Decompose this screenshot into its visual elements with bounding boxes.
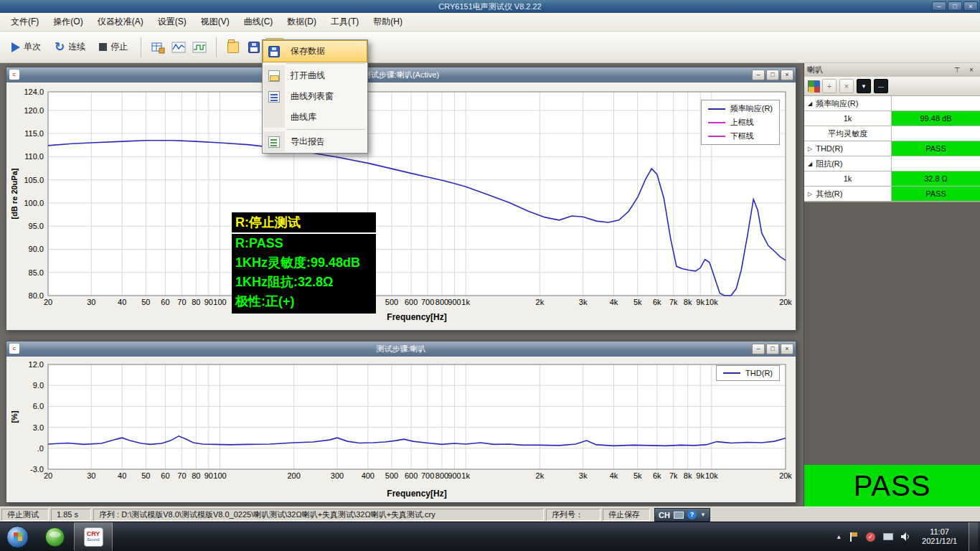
result-row[interactable]: ◢阻抗(R): [804, 156, 980, 171]
x-tick-label: 90: [204, 471, 213, 480]
panel-empty-area: [804, 202, 980, 465]
minimize-button[interactable]: –: [932, 1, 946, 11]
x-tick-label: 800: [435, 298, 448, 306]
signal-generator-button[interactable]: [190, 38, 209, 57]
x-tick-label: 500: [385, 471, 398, 480]
language-bar[interactable]: CH ? ▼: [654, 508, 710, 522]
minimize-panel-button[interactable]: —: [874, 79, 888, 93]
result-label: 1k: [804, 171, 892, 186]
test-config-button[interactable]: [149, 38, 167, 57]
x-tick-label: 80: [192, 471, 200, 480]
dropdown-menu-item[interactable]: 曲线库: [263, 107, 367, 128]
x-tick-label: 900: [448, 471, 461, 480]
collapse-all-button[interactable]: ▼: [857, 79, 871, 93]
result-row[interactable]: 平均灵敏度: [804, 126, 980, 141]
menu-item[interactable]: 文件(F): [4, 13, 45, 31]
menu-item[interactable]: 设置(S): [151, 13, 193, 31]
menu-item[interactable]: 帮助(H): [367, 13, 409, 31]
close-button[interactable]: ×: [781, 344, 793, 354]
collapse-icon[interactable]: ◢: [808, 100, 812, 107]
stop-button[interactable]: 停止: [93, 37, 133, 57]
x-tick-label: 10k: [705, 471, 718, 480]
collapse-icon[interactable]: ◢: [808, 161, 812, 167]
save-file-button[interactable]: [245, 38, 263, 57]
help-icon[interactable]: ?: [687, 510, 697, 519]
menu-item[interactable]: 曲线(C): [237, 13, 280, 31]
close-button[interactable]: ×: [781, 70, 793, 80]
show-desktop-button[interactable]: [969, 522, 978, 551]
x-tick-label: 8k: [684, 298, 692, 306]
dropdown-menu-item[interactable]: 保存数据: [263, 41, 367, 62]
legend-line-sample: [708, 122, 725, 123]
start-button[interactable]: [6, 526, 29, 548]
pin-icon[interactable]: ⊤: [951, 65, 963, 75]
minimize-button[interactable]: –: [752, 344, 765, 354]
menu-item[interactable]: 仪器校准(A): [91, 13, 150, 31]
dropdown-menu-item[interactable]: 打开曲线: [263, 65, 367, 86]
thd-chart: 2030405060708090100200300400500600700800…: [8, 357, 794, 501]
maximize-button[interactable]: □: [948, 1, 962, 11]
taskbar-clock[interactable]: 11:07 2021/12/1: [917, 527, 962, 546]
minimize-button[interactable]: –: [752, 70, 765, 80]
expand-icon[interactable]: ▷: [808, 191, 812, 197]
run-continuous-button[interactable]: ↻ 连续: [49, 37, 91, 57]
result-label: ◢阻抗(R): [804, 156, 892, 171]
open-file-button[interactable]: [224, 38, 242, 57]
result-value: [892, 126, 980, 141]
status-mode: 停止测试: [1, 509, 49, 521]
taskbar-app-cry-sound[interactable]: CRY Sound: [74, 522, 113, 551]
x-tick-label: 800: [435, 471, 448, 480]
language-indicator[interactable]: CH: [659, 511, 670, 519]
remove-button[interactable]: ×: [839, 79, 854, 93]
result-row[interactable]: ▷其他(R)PASS: [804, 187, 980, 202]
y-axis-label: [%]: [10, 410, 19, 423]
tray-network-icon[interactable]: [882, 532, 893, 542]
x-tick-label: 7k: [669, 471, 678, 480]
x-tick-label: 30: [87, 471, 95, 480]
close-button[interactable]: ×: [963, 1, 978, 11]
result-row[interactable]: ▷THD(R)PASS: [804, 141, 980, 156]
menu-item[interactable]: 数据(D): [281, 13, 323, 31]
menu-item[interactable]: 操作(O): [47, 13, 89, 31]
chart-window-titlebar[interactable]: C 测试步骤:喇叭(Active) – □ ×: [6, 67, 796, 83]
x-tick-label: 50: [141, 298, 150, 306]
x-tick-label: 6k: [653, 471, 661, 480]
result-row[interactable]: 1k32.8 Ω: [804, 171, 980, 187]
menu-item[interactable]: 视图(V): [194, 13, 236, 31]
keyboard-icon[interactable]: [674, 512, 684, 519]
menu-item-label: 曲线列表窗: [285, 90, 334, 103]
result-row[interactable]: ◢频率响应(R): [804, 96, 980, 111]
dropdown-menu-item[interactable]: 曲线列表窗: [263, 86, 367, 107]
tray-flag-icon[interactable]: [848, 532, 859, 542]
results-panel-header[interactable]: 喇叭 ⊤ ×: [804, 63, 980, 77]
result-row[interactable]: 1k99.48 dB: [804, 111, 980, 126]
data-menu-dropdown: 保存数据打开曲线曲线列表窗曲线库导出报告: [262, 39, 368, 154]
run-single-button[interactable]: 单次: [6, 37, 47, 57]
x-tick-label: 40: [118, 471, 126, 480]
tray-chevron-up-icon[interactable]: ▲: [836, 534, 842, 540]
maximize-button[interactable]: □: [766, 344, 779, 354]
x-tick-label: 600: [405, 471, 418, 480]
y-tick-label: 6.0: [33, 402, 44, 410]
volume-glyph: [900, 532, 910, 542]
close-icon[interactable]: ×: [966, 65, 977, 75]
x-tick-label: 400: [362, 471, 374, 480]
x-tick-label: 2k: [536, 471, 545, 480]
x-tick-label: 60: [161, 471, 169, 480]
language-bar-options-icon[interactable]: ▼: [700, 512, 706, 518]
x-tick-label: 300: [331, 471, 344, 480]
curve-window-button[interactable]: [169, 38, 188, 57]
menu-item[interactable]: 工具(T): [324, 13, 365, 31]
legend-line-sample: [723, 372, 740, 374]
x-tick-label: 3k: [579, 298, 588, 306]
color-grid-icon[interactable]: [808, 80, 819, 92]
dropdown-menu-item[interactable]: 导出报告: [263, 131, 367, 152]
expand-icon[interactable]: ▷: [808, 146, 812, 152]
taskbar-app-browser[interactable]: [35, 522, 74, 551]
menu-icon-gutter: [263, 65, 285, 86]
tray-volume-icon[interactable]: [900, 532, 910, 542]
tray-security-icon[interactable]: ✓: [865, 532, 876, 542]
chart-window-titlebar[interactable]: C 测试步骤:喇叭 – □ ×: [6, 342, 796, 357]
add-button[interactable]: +: [822, 79, 837, 93]
maximize-button[interactable]: □: [766, 70, 779, 80]
